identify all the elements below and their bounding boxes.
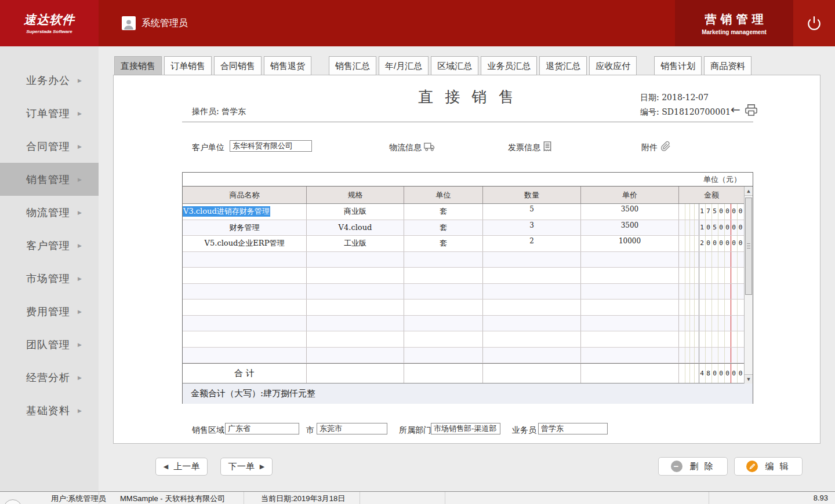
sales-document: 直 接 销 售 操作员: 曾学东 日期: 2018-12-07 编号: SD18…	[182, 75, 753, 443]
sidebar-item-label: 业务办公	[26, 74, 70, 87]
chevron-right-icon: ▶	[78, 309, 82, 315]
next-order-button[interactable]: 下一单 ▶	[220, 458, 273, 476]
doc-number-line: 编号: SD18120700001	[640, 107, 731, 118]
logistics-truck-icon[interactable]	[424, 141, 435, 152]
column-header: 单位	[404, 187, 483, 203]
table-cell	[307, 300, 404, 315]
tab-item[interactable]: 年/月汇总	[379, 56, 429, 75]
table-row[interactable]: V3.cloud进销存财务管理商业版套535001750000	[183, 204, 744, 220]
chevron-right-icon: ▶	[78, 78, 82, 83]
tab-item[interactable]: 直接销售	[114, 56, 162, 75]
sidebar-item[interactable]: 合同管理▶	[0, 130, 99, 163]
sidebar-item-label: 合同管理	[26, 140, 70, 154]
column-header: 数量	[483, 187, 581, 203]
table-cell: V3.cloud进销存财务管理	[183, 204, 307, 220]
logistics-label[interactable]: 物流信息	[389, 143, 422, 153]
doc-number-label: 编号:	[640, 107, 662, 116]
city-label: 市	[306, 425, 314, 436]
amount-in-words: 金额合计（大写）:肆万捌仟元整	[183, 384, 753, 404]
total-label-cell: 合 计	[183, 364, 307, 383]
table-cell	[307, 348, 404, 363]
status-bar: 用户:系统管理员 MMSample - 天软科技有限公司 当前日期:2019年3…	[0, 491, 835, 504]
main-area: 直接销售订单销售合同销售销售退货销售汇总年/月汇总区域汇总业务员汇总退货汇总应收…	[99, 46, 835, 491]
chevron-right-icon: ▶	[78, 210, 82, 216]
sidebar-item[interactable]: 客户管理▶	[0, 229, 99, 262]
attachment-label[interactable]: 附件	[641, 143, 658, 153]
current-user[interactable]: 系统管理员	[122, 16, 188, 30]
selected-text: V3.cloud进销存财务管理	[183, 206, 270, 217]
tab-item[interactable]: 销售退货	[264, 56, 311, 75]
chevron-right-icon: ▶	[78, 408, 82, 414]
table-row[interactable]	[183, 252, 744, 268]
sidebar-item[interactable]: 费用管理▶	[0, 295, 99, 328]
table-cell	[307, 316, 404, 331]
module-title: 营销管理	[701, 12, 768, 27]
sidebar-item[interactable]: 物流管理▶	[0, 196, 99, 229]
sidebar-item[interactable]: 基础资料▶	[0, 394, 99, 427]
logout-power-button[interactable]	[793, 0, 835, 46]
table-row[interactable]: V5.cloud企业ERP管理工业版套2100002000000	[183, 236, 744, 252]
city-input[interactable]	[317, 423, 387, 434]
table-scrollbar[interactable]: ▲ ▼	[744, 187, 753, 384]
header-fields: 客户单位 物流信息 发票信息 附件	[182, 140, 753, 154]
table-row[interactable]	[183, 284, 744, 300]
salesman-input[interactable]	[538, 423, 608, 434]
table-cell: 3500	[581, 204, 679, 220]
invoice-receipt-icon[interactable]	[543, 141, 552, 152]
tab-item[interactable]: 业务员汇总	[481, 56, 537, 75]
table-cell	[183, 268, 307, 283]
table-cell	[483, 348, 581, 363]
delete-button[interactable]: − 删 除	[658, 457, 728, 476]
invoice-label[interactable]: 发票信息	[508, 143, 540, 153]
sidebar-item[interactable]: 业务办公▶	[0, 64, 99, 97]
amount-grid-cell	[679, 300, 744, 315]
table-cell	[483, 316, 581, 331]
table-cell	[404, 252, 483, 268]
region-input[interactable]	[225, 423, 299, 434]
table-row[interactable]	[183, 268, 744, 284]
tab-item[interactable]: 订单销售	[164, 56, 212, 75]
table-row[interactable]	[183, 348, 744, 364]
edit-button[interactable]: 编 辑	[734, 457, 803, 476]
dept-input[interactable]	[431, 423, 500, 434]
edit-label: 编 辑	[765, 461, 790, 472]
delete-label: 删 除	[689, 461, 714, 472]
table-cell: 3	[483, 220, 581, 236]
table-cell	[307, 331, 404, 347]
chevron-right-icon: ▶	[78, 177, 82, 182]
sidebar-item-label: 物流管理	[26, 206, 70, 220]
scrollbar-thumb[interactable]	[745, 198, 752, 295]
back-arrow-icon[interactable]: ←	[731, 103, 740, 116]
amount-grid-cell	[679, 348, 744, 363]
scroll-up-icon[interactable]: ▲	[745, 187, 753, 196]
tab-item[interactable]: 销售计划	[654, 56, 702, 75]
table-row[interactable]	[183, 300, 744, 316]
prev-order-button[interactable]: ◀ 上一单	[155, 458, 208, 476]
sidebar-item[interactable]: 销售管理▶	[0, 163, 99, 196]
sidebar-item[interactable]: 订单管理▶	[0, 97, 99, 130]
tab-bar: 直接销售订单销售合同销售销售退货销售汇总年/月汇总区域汇总业务员汇总退货汇总应收…	[114, 56, 754, 75]
table-row[interactable]	[183, 316, 744, 332]
sidebar-item[interactable]: 经营分析▶	[0, 361, 99, 394]
customer-label: 客户单位	[192, 143, 224, 153]
tab-item[interactable]: 销售汇总	[329, 56, 376, 75]
printer-icon[interactable]	[745, 103, 758, 116]
table-cell	[404, 268, 483, 283]
tab-item[interactable]: 退货汇总	[539, 56, 587, 75]
amount-grid-cell	[679, 252, 744, 268]
amount-grid-cell	[679, 316, 744, 331]
sidebar-item[interactable]: 市场管理▶	[0, 262, 99, 295]
tab-item[interactable]: 区域汇总	[431, 56, 478, 75]
table-row[interactable]: 财务管理V4.cloud套335001050000	[183, 220, 744, 236]
table-cell	[307, 364, 404, 383]
tab-item[interactable]: 应收应付	[589, 56, 637, 75]
customer-input[interactable]	[230, 140, 312, 152]
tab-item[interactable]: 商品资料	[704, 56, 752, 75]
sidebar-item[interactable]: 团队管理▶	[0, 328, 99, 361]
attachment-paperclip-icon[interactable]	[660, 141, 671, 152]
tab-item[interactable]: 合同销售	[214, 56, 262, 75]
next-order-label: 下一单	[228, 461, 255, 472]
table-row[interactable]	[183, 331, 744, 348]
table-cell	[183, 252, 307, 268]
scroll-down-icon[interactable]: ▼	[745, 374, 753, 384]
